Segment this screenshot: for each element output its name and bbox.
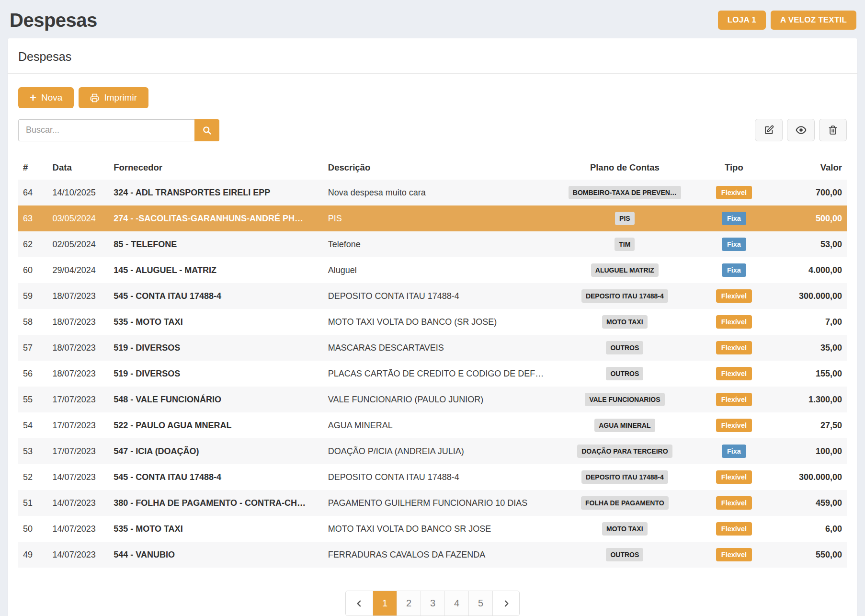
row-type-cell: Flexível: [696, 180, 772, 205]
row-value: 300.000,00: [772, 283, 847, 309]
expenses-table: # Data Fornecedor Descrição Plano de Con…: [18, 156, 847, 568]
row-id: 55: [18, 387, 48, 412]
row-value: 100,00: [772, 438, 847, 464]
row-description: PAGAMENTO GUILHERM FUNCIONARIO 10 DIAS: [323, 490, 553, 516]
row-supplier: 544 - VANUBIO: [109, 542, 323, 568]
row-plan-cell: BOMBEIRO-TAXA DE PREVEN…: [553, 180, 696, 205]
row-type-cell: Flexível: [696, 464, 772, 490]
row-supplier: 519 - DIVERSOS: [109, 361, 323, 387]
table-row[interactable]: 57 18/07/2023 519 - DIVERSOS MASCARAS DE…: [18, 335, 847, 361]
row-supplier: 145 - ALUGUEL - MATRIZ: [109, 257, 323, 283]
row-date: 18/07/2023: [48, 335, 109, 361]
row-description: Aluguel: [323, 257, 553, 283]
page-button-1[interactable]: 1: [373, 591, 397, 616]
plan-badge: DEPOSITO ITAU 17488-4: [581, 470, 668, 484]
row-date: 17/07/2023: [48, 412, 109, 438]
store-button[interactable]: LOJA 1: [718, 11, 766, 30]
table-row[interactable]: 52 14/07/2023 545 - CONTA ITAU 17488-4 D…: [18, 464, 847, 490]
row-id: 64: [18, 180, 48, 205]
row-supplier: 548 - VALE FUNCIONÁRIO: [109, 387, 323, 412]
row-plan-cell: OUTROS: [553, 542, 696, 568]
row-value: 6,00: [772, 516, 847, 542]
row-plan-cell: VALE FUNCIONARIOS: [553, 387, 696, 412]
row-type-cell: Flexível: [696, 542, 772, 568]
row-id: 51: [18, 490, 48, 516]
row-description: DEPOSITO CONTA ITAU 17488-4: [323, 464, 553, 490]
delete-button[interactable]: [819, 119, 847, 141]
table-row[interactable]: 50 14/07/2023 535 - MOTO TAXI MOTO TAXI …: [18, 516, 847, 542]
row-plan-cell: OUTROS: [553, 335, 696, 361]
row-supplier: 547 - ICIA (DOAÇÃO): [109, 438, 323, 464]
next-page-button[interactable]: [492, 591, 519, 616]
row-type-cell: Flexível: [696, 335, 772, 361]
row-type-cell: Flexível: [696, 412, 772, 438]
table-row[interactable]: 56 18/07/2023 519 - DIVERSOS PLACAS CART…: [18, 361, 847, 387]
table-row[interactable]: 58 18/07/2023 535 - MOTO TAXI MOTO TAXI …: [18, 309, 847, 335]
row-type-cell: Flexível: [696, 387, 772, 412]
row-description: AGUA MINERAL: [323, 412, 553, 438]
row-plan-cell: FOLHA DE PAGAMENTO: [553, 490, 696, 516]
plan-badge: OUTROS: [606, 341, 643, 354]
view-button[interactable]: [787, 119, 815, 141]
search-button[interactable]: [194, 119, 219, 141]
row-id: 57: [18, 335, 48, 361]
row-type-cell: Fixa: [696, 205, 772, 231]
row-date: 29/04/2024: [48, 257, 109, 283]
row-type-cell: Flexível: [696, 361, 772, 387]
page-button-4[interactable]: 4: [444, 591, 468, 616]
row-supplier: 535 - MOTO TAXI: [109, 309, 323, 335]
plus-icon: +: [30, 92, 36, 103]
table-row[interactable]: 51 14/07/2023 380 - FOLHA DE PAGAMENTO -…: [18, 490, 847, 516]
chevron-right-icon: [502, 600, 510, 607]
row-plan-cell: DEPOSITO ITAU 17488-4: [553, 283, 696, 309]
row-supplier: 535 - MOTO TAXI: [109, 516, 323, 542]
edit-button[interactable]: [755, 119, 783, 141]
row-id: 53: [18, 438, 48, 464]
row-date: 14/07/2023: [48, 516, 109, 542]
plan-badge: OUTROS: [606, 367, 643, 380]
row-description: MOTO TAXI VOLTA DO BANCO SR JOSE: [323, 516, 553, 542]
table-row[interactable]: 62 02/05/2024 85 - TELEFONE Telefone TIM…: [18, 231, 847, 257]
table-row[interactable]: 63 03/05/2024 274 - -SACOLITAS-GARANHUNS…: [18, 205, 847, 231]
plan-badge: DEPOSITO ITAU 17488-4: [581, 289, 668, 303]
nova-button[interactable]: + Nova: [18, 87, 74, 108]
search-group: [18, 119, 219, 141]
row-id: 60: [18, 257, 48, 283]
company-button[interactable]: A VELOZ TEXTIL: [771, 11, 856, 30]
table-row[interactable]: 54 17/07/2023 522 - PAULO AGUA MNERAL AG…: [18, 412, 847, 438]
table-row[interactable]: 49 14/07/2023 544 - VANUBIO FERRADURAS C…: [18, 542, 847, 568]
col-data: Data: [48, 156, 109, 180]
row-value: 7,00: [772, 309, 847, 335]
row-supplier: 380 - FOLHA DE PAGAMENTO - CONTRA-CH…: [109, 490, 323, 516]
row-value: 53,00: [772, 231, 847, 257]
table-row[interactable]: 60 29/04/2024 145 - ALUGUEL - MATRIZ Alu…: [18, 257, 847, 283]
row-type-cell: Flexível: [696, 283, 772, 309]
type-badge: Flexível: [716, 470, 752, 484]
search-input[interactable]: [18, 119, 194, 141]
table-row[interactable]: 55 17/07/2023 548 - VALE FUNCIONÁRIO VAL…: [18, 387, 847, 412]
page-button-5[interactable]: 5: [468, 591, 492, 616]
row-description: Telefone: [323, 231, 553, 257]
table-row[interactable]: 64 14/10/2025 324 - ADL TRANSPORTES EIRE…: [18, 180, 847, 205]
row-supplier: 274 - -SACOLITAS-GARANHUNS-ANDRÉ PH…: [109, 205, 323, 231]
row-description: PLACAS CARTÃO DE CREDITO E CODIGO DE DEF…: [323, 361, 553, 387]
row-date: 18/07/2023: [48, 283, 109, 309]
card-title: Despesas: [8, 38, 857, 74]
table-row[interactable]: 59 18/07/2023 545 - CONTA ITAU 17488-4 D…: [18, 283, 847, 309]
table-row[interactable]: 53 17/07/2023 547 - ICIA (DOAÇÃO) DOAÇÃO…: [18, 438, 847, 464]
prev-page-button[interactable]: [346, 591, 373, 616]
type-badge: Flexível: [716, 548, 752, 561]
page-button-2[interactable]: 2: [397, 591, 421, 616]
row-id: 49: [18, 542, 48, 568]
row-date: 02/05/2024: [48, 231, 109, 257]
row-description: PIS: [323, 205, 553, 231]
despesas-card: Despesas + Nova Imprimir: [8, 38, 857, 616]
row-description: Nova despesa muito cara: [323, 180, 553, 205]
page-title: Despesas: [10, 10, 97, 31]
imprimir-button[interactable]: Imprimir: [79, 87, 148, 108]
imprimir-button-label: Imprimir: [104, 92, 137, 103]
plan-badge: MOTO TAXI: [602, 522, 647, 536]
type-badge: Fixa: [722, 212, 746, 225]
row-supplier: 522 - PAULO AGUA MNERAL: [109, 412, 323, 438]
page-button-3[interactable]: 3: [421, 591, 444, 616]
